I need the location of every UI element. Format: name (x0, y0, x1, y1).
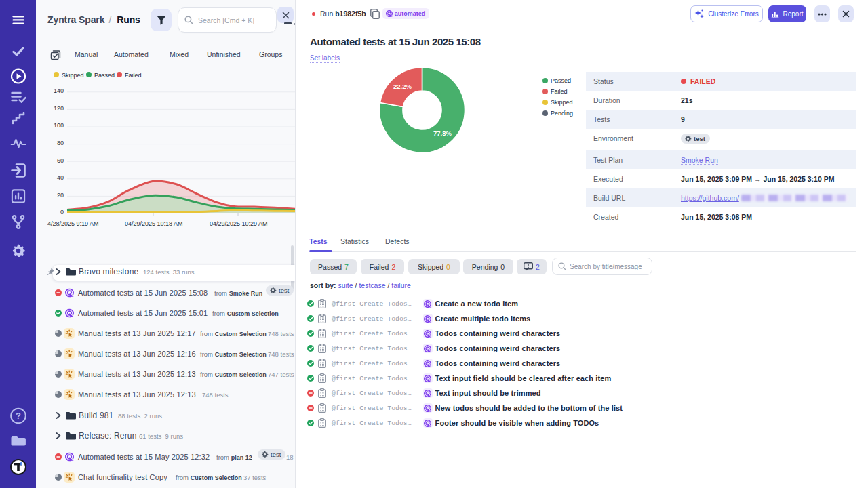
svg-text:22.2%: 22.2% (393, 83, 412, 90)
svg-text:?: ? (16, 411, 21, 421)
svg-text:77.8%: 77.8% (433, 129, 452, 137)
